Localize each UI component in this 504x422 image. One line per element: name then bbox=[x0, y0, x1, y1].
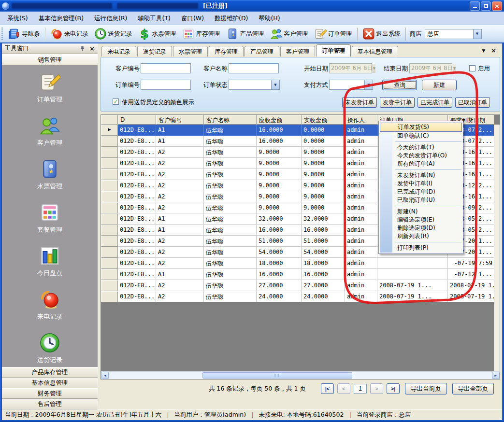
pin-icon[interactable] bbox=[79, 45, 86, 52]
row-selector-cell[interactable] bbox=[101, 225, 118, 236]
prev-page-button[interactable]: < bbox=[337, 383, 350, 394]
new-button[interactable]: 新建 bbox=[422, 80, 457, 90]
tab-close-icon[interactable]: × bbox=[491, 47, 496, 54]
toolbar-button-navigator[interactable]: 导航条 bbox=[5, 26, 43, 42]
sidebar-item[interactable]: 订单管理 bbox=[37, 71, 62, 104]
order-status-select[interactable]: ▼ bbox=[229, 80, 280, 90]
row-selector-cell[interactable] bbox=[101, 269, 118, 280]
sidebar-group-button[interactable]: 售后管理 bbox=[2, 399, 98, 409]
row-selector-cell[interactable] bbox=[101, 191, 118, 202]
order-no-input[interactable] bbox=[141, 80, 191, 90]
context-menu-item[interactable]: 今天的订单(T) bbox=[379, 143, 463, 152]
context-menu-item[interactable]: 订单发货(S) bbox=[380, 123, 462, 132]
sidebar-item[interactable]: 客户管理 bbox=[37, 115, 62, 147]
tab[interactable]: 水票管理 bbox=[173, 46, 208, 56]
row-selector-cell[interactable] bbox=[101, 213, 118, 225]
store-select[interactable]: 总店▼ bbox=[425, 29, 482, 39]
toolbar-button-redx[interactable]: 退出系统 bbox=[360, 26, 403, 42]
sidebar-close-icon[interactable]: × bbox=[89, 45, 95, 52]
context-menu-item[interactable]: 回单确认(C) bbox=[379, 132, 463, 140]
context-menu-item[interactable]: 已完成订单(D) bbox=[379, 188, 463, 196]
toolbar-button-bluebook[interactable]: 产品管理 bbox=[223, 26, 267, 42]
table-row[interactable]: 012D-E8...A1伍华聪16.000016.0000admin-07-12… bbox=[101, 269, 494, 280]
menu-item[interactable]: 窗口(W) bbox=[176, 12, 209, 25]
context-menu-item[interactable]: 发货中订单(I) bbox=[379, 180, 463, 188]
end-date-picker[interactable]: 2009年 6月 8日 ▼ bbox=[409, 63, 452, 73]
scroll-right-icon[interactable]: ► bbox=[492, 372, 500, 379]
column-header[interactable]: 实收金额 bbox=[302, 115, 345, 125]
toolbar-button-people[interactable]: 客户管理 bbox=[267, 26, 311, 42]
sidebar-item[interactable]: 今日盘点 bbox=[37, 245, 62, 278]
row-selector-cell[interactable] bbox=[101, 180, 118, 191]
row-selector-cell[interactable] bbox=[101, 202, 118, 213]
menu-item[interactable]: 运行信息(R) bbox=[89, 12, 132, 25]
toolbar-button-clock[interactable]: 送货记录 bbox=[91, 26, 135, 42]
context-menu-item[interactable]: 已取消订单(U) bbox=[379, 196, 463, 204]
close-button[interactable]: × bbox=[492, 1, 502, 11]
toolbar-button-grid[interactable]: 库存管理 bbox=[179, 26, 223, 42]
chevron-down-icon[interactable]: ▼ bbox=[473, 29, 481, 39]
table-row[interactable]: 012D-E8...A2伍华聪18.000018.0000admin-07-19… bbox=[101, 258, 494, 269]
first-page-button[interactable]: |< bbox=[321, 383, 334, 394]
sidebar-item[interactable]: 套餐管理 bbox=[37, 202, 62, 234]
row-selector-cell[interactable] bbox=[101, 158, 118, 169]
table-row[interactable]: 012D-E8...A2伍华聪24.000024.0000admin2008-0… bbox=[101, 291, 494, 302]
toolbar-button-scroll[interactable]: 订单管理 bbox=[311, 26, 355, 42]
tab[interactable]: 库存管理 bbox=[209, 46, 244, 56]
tab[interactable]: 订单管理 bbox=[316, 44, 351, 56]
order-status-filter-button[interactable]: 已完成订单 bbox=[418, 97, 452, 108]
row-selector-cell[interactable] bbox=[101, 258, 118, 269]
vertical-scrollbar[interactable] bbox=[494, 125, 500, 372]
tab[interactable]: 基本信息管理 bbox=[352, 46, 398, 56]
sidebar-item[interactable]: 来电记录 bbox=[37, 289, 62, 321]
order-status-filter-button[interactable]: 未发货订单 bbox=[342, 97, 377, 108]
order-status-filter-button[interactable]: 已取消订单 bbox=[455, 97, 490, 108]
maximize-button[interactable] bbox=[481, 1, 491, 11]
column-header[interactable]: D bbox=[118, 115, 156, 125]
context-menu-item[interactable]: 新建(N) bbox=[379, 208, 463, 216]
export-all-pages-button[interactable]: 导出全部页 bbox=[452, 383, 494, 394]
customer-no-input[interactable] bbox=[141, 63, 191, 73]
tab[interactable]: 客户管理 bbox=[280, 46, 315, 56]
row-selector-cell[interactable] bbox=[101, 136, 118, 147]
context-menu-item[interactable]: 打印列表(P) bbox=[379, 244, 463, 252]
query-button[interactable]: 查询 bbox=[382, 80, 417, 90]
tab[interactable]: 产品管理 bbox=[245, 46, 279, 56]
customer-name-input[interactable] bbox=[229, 63, 279, 73]
tab[interactable]: 来电记录 bbox=[101, 46, 136, 56]
row-selector-cell[interactable] bbox=[101, 169, 118, 180]
tab-list-dropdown-icon[interactable]: ▼ bbox=[482, 48, 485, 53]
row-selector-cell[interactable] bbox=[101, 291, 118, 302]
horizontal-scrollbar-thumb[interactable] bbox=[202, 372, 352, 379]
export-current-page-button[interactable]: 导出当前页 bbox=[405, 383, 447, 394]
menu-item[interactable]: 数据维护(D) bbox=[209, 12, 253, 25]
menu-item[interactable]: 帮助(H) bbox=[253, 12, 285, 25]
sidebar-group-button[interactable]: 基本信息管理 bbox=[2, 378, 98, 388]
row-selector-cell[interactable] bbox=[101, 247, 118, 258]
toolbar-grip[interactable] bbox=[1, 28, 3, 40]
context-menu-item[interactable]: 刷新列表(R) bbox=[379, 232, 463, 240]
toolbar-button-dollar[interactable]: 水票管理 bbox=[135, 26, 179, 42]
menu-item[interactable]: 基本信息管理(B) bbox=[33, 12, 89, 25]
horizontal-scrollbar[interactable]: ◄ ► bbox=[101, 371, 500, 379]
column-header[interactable]: 应收金额 bbox=[257, 115, 302, 125]
row-selector-cell[interactable] bbox=[101, 236, 118, 247]
context-menu-item[interactable]: 今天的发货订单(O) bbox=[379, 152, 463, 160]
next-page-button[interactable]: > bbox=[370, 383, 383, 394]
sidebar-group-button[interactable]: 产品库存管理 bbox=[2, 367, 98, 378]
sidebar-group-button[interactable]: 财务管理 bbox=[2, 388, 98, 399]
enable-checkbox[interactable] bbox=[469, 65, 475, 71]
row-selector-cell[interactable] bbox=[101, 280, 118, 291]
row-selector-arrow-icon[interactable]: ▶ bbox=[101, 125, 118, 136]
scroll-left-icon[interactable]: ◄ bbox=[101, 372, 109, 379]
toolbar-button-bell[interactable]: 来电记录 bbox=[47, 26, 91, 42]
column-header[interactable]: 客户编号 bbox=[156, 115, 204, 125]
context-menu-item[interactable]: 未发货订单(N) bbox=[379, 171, 463, 180]
context-menu-item[interactable]: 删除选定项(D) bbox=[379, 224, 463, 232]
table-row[interactable]: 012D-E8...A2伍华聪27.000027.0000admin2008-0… bbox=[101, 280, 494, 291]
column-header[interactable]: 操作人 bbox=[345, 115, 377, 125]
pay-method-select[interactable]: ▼ bbox=[329, 80, 373, 90]
row-selector-cell[interactable] bbox=[101, 147, 118, 158]
menu-item[interactable]: 系统(S) bbox=[2, 12, 33, 25]
context-menu-item[interactable]: 所有的订单(A) bbox=[379, 160, 463, 168]
